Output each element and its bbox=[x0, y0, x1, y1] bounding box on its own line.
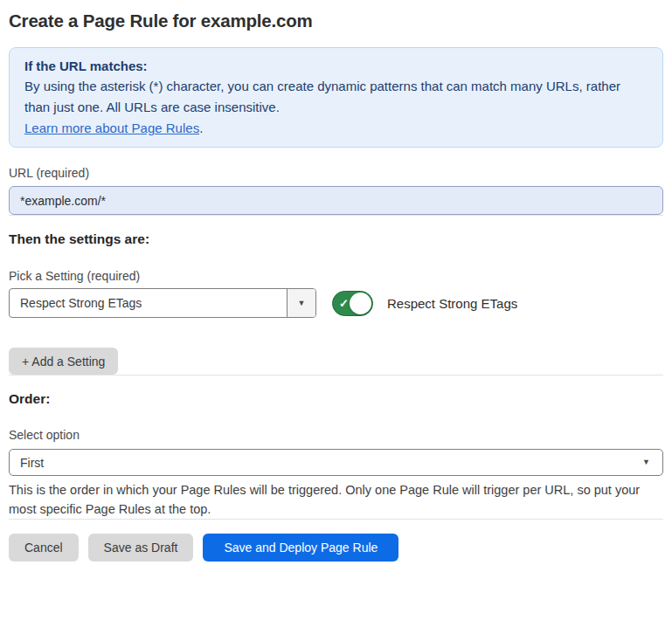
pick-setting-label: Pick a Setting (required) bbox=[9, 269, 663, 283]
order-select-value: First bbox=[20, 456, 44, 470]
setting-select-value: Respect Strong ETags bbox=[10, 296, 142, 310]
setting-select-arrow-button[interactable]: ▼ bbox=[287, 289, 315, 317]
setting-toggle[interactable]: ✓ bbox=[332, 291, 373, 316]
setting-select[interactable]: Respect Strong ETags ▼ bbox=[9, 288, 316, 318]
save-draft-button[interactable]: Save as Draft bbox=[88, 534, 194, 562]
order-select[interactable]: First ▼ bbox=[9, 449, 663, 476]
info-box-link-line: Learn more about Page Rules. bbox=[24, 118, 648, 138]
page-title: Create a Page Rule for example.com bbox=[9, 10, 663, 32]
url-field-label: URL (required) bbox=[9, 166, 663, 180]
section-divider bbox=[9, 215, 663, 216]
toggle-knob bbox=[350, 293, 371, 314]
cancel-button[interactable]: Cancel bbox=[9, 534, 79, 562]
learn-more-link[interactable]: Learn more about Page Rules bbox=[24, 121, 199, 135]
section-divider bbox=[9, 375, 663, 376]
setting-row: Respect Strong ETags ▼ ✓ Respect Strong … bbox=[9, 288, 663, 318]
url-input[interactable] bbox=[9, 186, 663, 215]
link-period: . bbox=[199, 121, 203, 135]
settings-heading: Then the settings are: bbox=[9, 231, 663, 247]
footer-actions: Cancel Save as Draft Save and Deploy Pag… bbox=[9, 534, 663, 562]
info-box-heading: If the URL matches: bbox=[24, 57, 648, 76]
info-box-body: By using the asterisk (*) character, you… bbox=[24, 76, 648, 118]
url-match-info-box: If the URL matches: By using the asteris… bbox=[9, 47, 663, 148]
setting-toggle-label: Respect Strong ETags bbox=[387, 296, 517, 311]
order-heading: Order: bbox=[9, 391, 663, 407]
chevron-down-icon: ▼ bbox=[298, 300, 306, 307]
section-divider bbox=[9, 519, 663, 520]
save-deploy-button[interactable]: Save and Deploy Page Rule bbox=[203, 534, 398, 562]
order-select-label: Select option bbox=[9, 428, 663, 442]
create-page-rule-form: Create a Page Rule for example.com If th… bbox=[0, 10, 672, 562]
order-help-text: This is the order in which your Page Rul… bbox=[9, 480, 663, 519]
chevron-down-icon: ▼ bbox=[642, 458, 650, 466]
add-setting-button[interactable]: + Add a Setting bbox=[9, 348, 118, 375]
check-icon: ✓ bbox=[339, 297, 349, 310]
